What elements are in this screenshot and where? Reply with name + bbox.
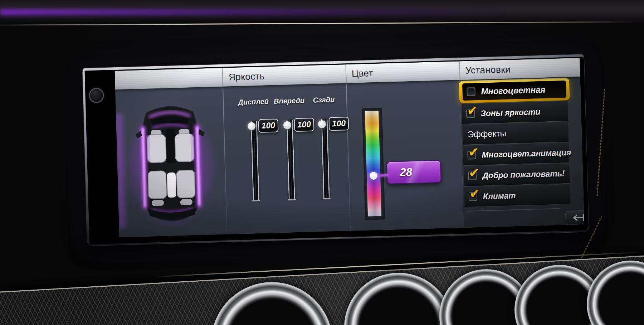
slider-min-tick: [288, 199, 296, 200]
back-row-divider: [466, 208, 560, 212]
check-icon: ✔: [467, 104, 478, 117]
checkbox-checked: ✔: [467, 151, 476, 160]
check-icon: ✔: [468, 146, 479, 159]
setting-item-brightness-zones[interactable]: ✔ Зоны яркости: [462, 101, 568, 124]
settings-list: Многоцветная ✔ Зоны яркости Эффекты ✔ Мн…: [461, 78, 571, 207]
setting-item-multicolor-animation[interactable]: ✔ Многоцвет.анимация: [463, 142, 569, 165]
slider-min-tick: [323, 198, 331, 199]
display-brightness-value: 100: [258, 118, 279, 133]
section-label: Эффекты: [468, 128, 506, 140]
infotainment-screen: Дисплей Впереди Сзади 100 100 100 28: [82, 54, 589, 246]
color-value-badge: 28: [386, 160, 441, 184]
setting-label: Многоцветная: [481, 85, 545, 97]
front-brightness-value: 100: [294, 118, 314, 132]
center-console: [165, 129, 176, 164]
slider-label-rear: Сзади: [302, 95, 346, 105]
comand-ambient-light-ui: Дисплей Впереди Сзади 100 100 100 28: [115, 58, 584, 237]
ambient-light-strip: [0, 9, 508, 15]
checkbox-checked: ✔: [466, 109, 475, 118]
setting-item-multicolor[interactable]: Многоцветная: [459, 78, 570, 103]
header-title-brightness: Яркость: [228, 67, 265, 86]
divider-brightness-color: [346, 83, 351, 231]
setting-item-climate[interactable]: ✔ Климат: [464, 184, 570, 207]
car-top-view-graphic: [127, 96, 215, 232]
rear-brightness-value: 100: [328, 117, 349, 131]
back-button[interactable]: [565, 210, 584, 225]
bezel-circle-detail: [89, 88, 104, 103]
setting-label: Многоцвет.анимация: [482, 147, 571, 160]
back-arrow-icon: [572, 214, 584, 222]
checkbox-unchecked: [467, 87, 475, 96]
header-title-settings: Установки: [465, 60, 511, 79]
setting-label: Зоны яркости: [480, 107, 541, 118]
check-icon: ✔: [468, 166, 479, 180]
setting-label: Климат: [483, 191, 516, 202]
setting-item-welcome[interactable]: ✔ Добро пожаловать!: [463, 163, 570, 186]
dashboard-photo: Дисплей Впереди Сзади 100 100 100 28: [0, 0, 644, 325]
bezel-left-highlight: [82, 70, 89, 244]
checkbox-checked: ✔: [468, 192, 477, 201]
front-brightness-slider[interactable]: [287, 120, 295, 199]
leather-stitching: [597, 89, 605, 196]
divider-car-brightness: [223, 87, 228, 234]
settings-panel: Многоцветная ✔ Зоны яркости Эффекты ✔ Мн…: [460, 77, 584, 228]
settings-section-effects: Эффекты: [462, 122, 569, 145]
display-brightness-slider[interactable]: [251, 121, 259, 200]
header-title-color: Цвет: [351, 64, 373, 83]
setting-label: Добро пожаловать!: [482, 169, 565, 180]
check-icon: ✔: [469, 187, 480, 200]
rear-brightness-slider[interactable]: [321, 119, 330, 198]
slider-min-tick: [252, 200, 260, 202]
checkbox-checked: ✔: [468, 171, 477, 180]
